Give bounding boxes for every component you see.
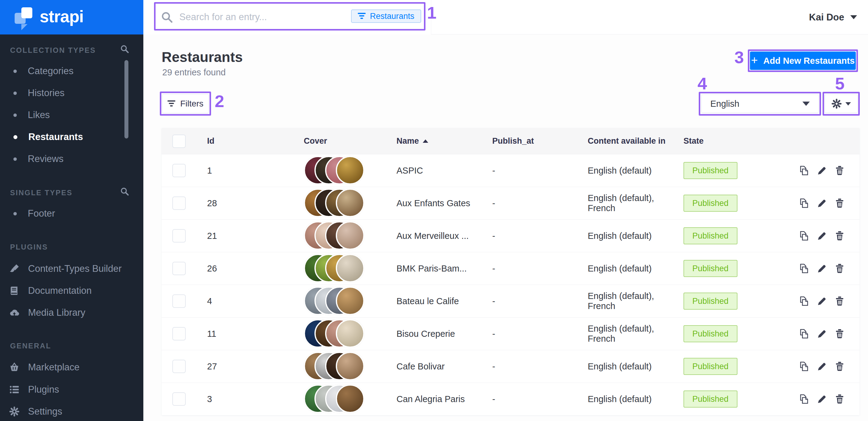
sidebar-item-restaurants[interactable]: Restaurants bbox=[0, 126, 143, 148]
user-menu[interactable]: Kai Doe bbox=[809, 0, 857, 34]
main-content: Restaurants 29 entries found + Add New R… bbox=[143, 34, 868, 421]
header-state[interactable]: State bbox=[683, 137, 785, 146]
duplicate-button[interactable] bbox=[799, 198, 809, 209]
filters-button[interactable]: Filters bbox=[162, 94, 209, 113]
sidebar-item-documentation[interactable]: Documentation bbox=[0, 280, 143, 302]
row-checkbox[interactable] bbox=[172, 360, 186, 373]
sidebar-item-media-library[interactable]: Media Library bbox=[0, 302, 143, 324]
delete-button[interactable] bbox=[834, 296, 845, 306]
plus-icon: + bbox=[751, 54, 758, 67]
chevron-down-icon bbox=[845, 102, 851, 106]
section-general: GENERAL bbox=[10, 342, 51, 350]
edit-button[interactable] bbox=[817, 361, 827, 371]
edit-button[interactable] bbox=[817, 263, 827, 274]
sidebar-item-histories[interactable]: Histories bbox=[0, 82, 143, 104]
duplicate-button[interactable] bbox=[799, 394, 809, 404]
gear-icon bbox=[9, 407, 20, 417]
delete-button[interactable] bbox=[834, 231, 845, 241]
cover-stack bbox=[304, 286, 380, 317]
cover-avatar bbox=[336, 254, 365, 282]
header-id[interactable]: Id bbox=[207, 137, 304, 146]
select-all-checkbox[interactable] bbox=[172, 134, 186, 148]
duplicate-button[interactable] bbox=[799, 361, 809, 372]
edit-button[interactable] bbox=[817, 166, 827, 176]
cell-name: ASPIC bbox=[397, 166, 492, 176]
table-row[interactable]: 27Cafe Bolivar-English (default)Publishe… bbox=[162, 350, 860, 383]
delete-button[interactable] bbox=[834, 198, 845, 208]
delete-button[interactable] bbox=[834, 263, 845, 274]
duplicate-button[interactable] bbox=[799, 230, 809, 241]
add-new-restaurants-button[interactable]: + Add New Restaurants bbox=[750, 52, 856, 70]
table-row[interactable]: 26BMK Paris-Bam...-English (default)Publ… bbox=[162, 252, 860, 284]
row-checkbox[interactable] bbox=[172, 392, 186, 406]
header-name[interactable]: Name bbox=[397, 137, 492, 146]
edit-button[interactable] bbox=[817, 198, 827, 208]
cell-id: 21 bbox=[207, 231, 304, 241]
delete-button[interactable] bbox=[834, 361, 845, 371]
header-publish-at[interactable]: Publish_at bbox=[492, 137, 588, 146]
edit-button[interactable] bbox=[817, 231, 827, 241]
search-collection-chip[interactable]: Restaurants bbox=[351, 9, 421, 23]
cell-publish-at: - bbox=[492, 296, 588, 306]
row-checkbox[interactable] bbox=[172, 229, 186, 243]
cell-id: 1 bbox=[207, 166, 304, 176]
cell-locales: English (default), French bbox=[588, 193, 683, 213]
sidebar-item-content-types-builder[interactable]: Content-Types Builder bbox=[0, 258, 143, 280]
row-checkbox[interactable] bbox=[172, 327, 186, 340]
edit-button[interactable] bbox=[817, 329, 827, 339]
row-checkbox[interactable] bbox=[172, 294, 186, 308]
filter-icon bbox=[167, 100, 175, 107]
cell-publish-at: - bbox=[492, 166, 588, 176]
locale-select[interactable]: English bbox=[702, 95, 818, 113]
sidebar-item-marketplace[interactable]: Marketplace bbox=[0, 356, 143, 378]
topbar: strapi Restaurants Kai Doe bbox=[0, 0, 868, 34]
cloud-upload-icon bbox=[9, 307, 20, 318]
table-row[interactable]: 28Aux Enfants Gates-English (default), F… bbox=[162, 187, 860, 219]
cover-stack bbox=[304, 220, 380, 251]
edit-button[interactable] bbox=[817, 296, 827, 306]
row-checkbox[interactable] bbox=[172, 262, 186, 275]
delete-button[interactable] bbox=[834, 394, 845, 404]
cell-locales: English (default) bbox=[588, 264, 683, 274]
sidebar-scrollbar[interactable] bbox=[124, 60, 128, 139]
entries-count: 29 entries found bbox=[162, 67, 226, 78]
duplicate-button[interactable] bbox=[799, 165, 809, 176]
cell-publish-at: - bbox=[492, 231, 588, 241]
sidebar-item-reviews[interactable]: Reviews bbox=[0, 148, 143, 170]
table-row[interactable]: 4Bateau le Calife-English (default), Fre… bbox=[162, 284, 860, 317]
header-cover[interactable]: Cover bbox=[304, 137, 397, 146]
view-settings-button[interactable] bbox=[825, 95, 858, 113]
sidebar-item-plugins[interactable]: Plugins bbox=[0, 379, 143, 400]
row-checkbox[interactable] bbox=[172, 164, 186, 177]
table-row[interactable]: 11Bisou Creperie-English (default), Fren… bbox=[162, 317, 860, 350]
state-badge: Published bbox=[683, 325, 738, 342]
bullet-icon bbox=[13, 135, 18, 139]
duplicate-button[interactable] bbox=[799, 263, 809, 274]
cell-name: Bisou Creperie bbox=[397, 329, 492, 339]
row-checkbox[interactable] bbox=[172, 197, 186, 210]
sidebar-item-likes[interactable]: Likes bbox=[0, 104, 143, 126]
delete-button[interactable] bbox=[834, 166, 845, 176]
logo[interactable]: strapi bbox=[0, 0, 143, 34]
sidebar-item-categories[interactable]: Categories bbox=[0, 60, 143, 82]
collection-types-search-icon[interactable] bbox=[120, 44, 129, 54]
sidebar: COLLECTION TYPES Categories Histories Li… bbox=[0, 34, 143, 421]
cover-avatar bbox=[336, 188, 365, 217]
header-locales[interactable]: Content available in bbox=[588, 137, 683, 146]
bullet-icon bbox=[13, 114, 17, 117]
delete-button[interactable] bbox=[834, 329, 845, 339]
sidebar-item-footer[interactable]: Footer bbox=[0, 203, 143, 224]
global-search: Restaurants bbox=[143, 0, 431, 34]
section-single-types: SINGLE TYPES bbox=[10, 188, 72, 197]
table-row[interactable]: 21Aux Merveilleux ...-English (default)P… bbox=[162, 219, 860, 252]
sidebar-item-settings[interactable]: Settings bbox=[0, 400, 143, 421]
edit-button[interactable] bbox=[817, 394, 827, 404]
duplicate-button[interactable] bbox=[799, 328, 809, 339]
single-types-search-icon[interactable] bbox=[120, 187, 129, 196]
bullet-icon bbox=[13, 157, 17, 161]
table-row[interactable]: 3Can Alegria Paris-English (default)Publ… bbox=[162, 383, 860, 415]
page-title: Restaurants bbox=[162, 49, 243, 65]
search-input[interactable] bbox=[179, 8, 350, 26]
table-row[interactable]: 1ASPIC-English (default)Published bbox=[162, 154, 860, 187]
duplicate-button[interactable] bbox=[799, 296, 809, 307]
